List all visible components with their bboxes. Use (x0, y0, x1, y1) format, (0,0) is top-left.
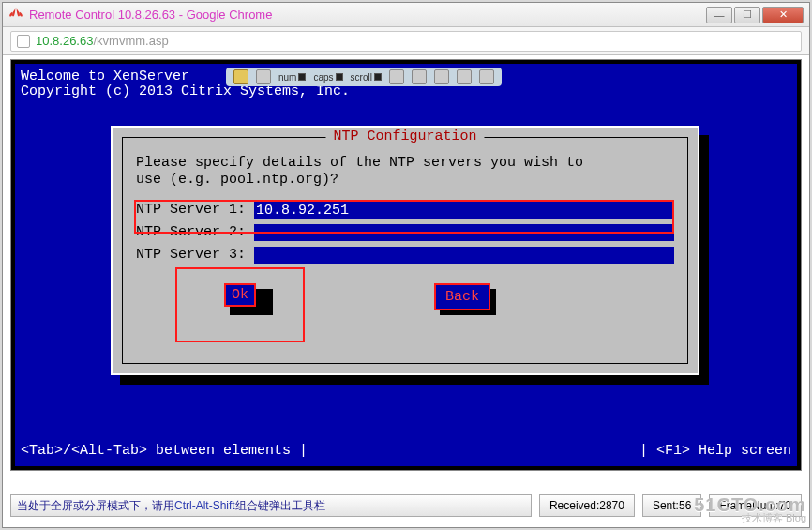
capslock-indicator: caps (313, 72, 342, 83)
ntp-server-2-row: NTP Server 2: (136, 224, 674, 241)
url-path: /kvmvmm.asp (93, 34, 168, 48)
ntp-server-3-row: NTP Server 3: (136, 247, 674, 264)
scrolllock-indicator: scroll (351, 72, 382, 83)
help-left: <Tab>/<Alt-Tab> between elements | (21, 443, 308, 459)
maximize-button[interactable]: ☐ (734, 7, 760, 23)
xenserver-console[interactable]: Welcome to XenServer Copyright (c) 2013 … (15, 64, 797, 466)
toolbar-icon[interactable] (233, 69, 248, 84)
toolbar-icon[interactable] (434, 69, 449, 84)
ntp-server-3-input[interactable] (254, 247, 674, 264)
ntp-server-1-row: NTP Server 1: (136, 202, 674, 219)
toolbar-icon[interactable] (457, 69, 472, 84)
ntp-server-2-input[interactable] (254, 224, 674, 241)
ok-button[interactable]: Ok (224, 283, 256, 307)
dialog-frame: NTP Configuration Please specify details… (122, 137, 688, 364)
ntp-server-3-label: NTP Server 3: (136, 247, 254, 264)
ntp-server-1-input[interactable] (254, 202, 674, 219)
welcome-line1: Welcome to XenServer (21, 68, 189, 84)
back-button-wrap: Back (434, 283, 490, 310)
dialog-title: NTP Configuration (325, 129, 484, 144)
ntp-config-dialog: NTP Configuration Please specify details… (111, 126, 699, 375)
page-icon (17, 35, 30, 48)
huawei-logo-icon (8, 8, 23, 23)
back-button[interactable]: Back (434, 283, 490, 310)
minimize-button[interactable]: — (706, 7, 732, 23)
kvm-viewport: Welcome to XenServer Copyright (c) 2013 … (10, 59, 802, 471)
stat-sent: Sent:56 (642, 494, 701, 517)
kvm-toolbar: num caps scroll (226, 68, 502, 86)
dialog-prompt: Please specify details of the NTP server… (136, 155, 674, 189)
status-hint: 当处于全屏或分屏模式下，请用 Ctrl-Alt-Shift 组合键弹出工具栏 (10, 494, 532, 517)
close-button[interactable]: ✕ (762, 7, 804, 23)
stat-framenum: FrameNum:70 (709, 494, 802, 517)
dialog-body: Please specify details of the NTP server… (136, 155, 674, 264)
window-titlebar: Remote Control 10.8.26.63 - Google Chrom… (3, 3, 809, 27)
ntp-server-2-label: NTP Server 2: (136, 224, 254, 241)
address-bar: 10.8.26.63/kvmvmm.asp (3, 27, 809, 55)
hint-suffix: 组合键弹出工具栏 (235, 498, 325, 514)
window-title: Remote Control 10.8.26.63 - Google Chrom… (29, 8, 706, 22)
hint-prefix: 当处于全屏或分屏模式下，请用 (17, 498, 174, 514)
stat-received: Received:2870 (539, 494, 635, 517)
numlock-indicator: num (278, 72, 306, 83)
toolbar-icon[interactable] (412, 69, 427, 84)
url-input[interactable]: 10.8.26.63/kvmvmm.asp (10, 31, 802, 52)
ntp-server-1-label: NTP Server 1: (136, 202, 254, 219)
status-bar: 当处于全屏或分屏模式下，请用 Ctrl-Alt-Shift 组合键弹出工具栏 R… (10, 493, 802, 518)
help-right: | <F1> Help screen (639, 443, 791, 459)
chrome-window: Remote Control 10.8.26.63 - Google Chrom… (2, 2, 810, 528)
window-controls: — ☐ ✕ (706, 7, 804, 23)
url-host: 10.8.26.63 (36, 34, 93, 48)
ok-button-wrap: Ok (224, 283, 256, 307)
hint-key: Ctrl-Alt-Shift (174, 499, 235, 512)
toolbar-icon[interactable] (389, 69, 404, 84)
help-line: <Tab>/<Alt-Tab> between elements | | <F1… (21, 443, 791, 459)
help-icon[interactable] (479, 69, 494, 84)
toolbar-icon[interactable] (256, 69, 271, 84)
